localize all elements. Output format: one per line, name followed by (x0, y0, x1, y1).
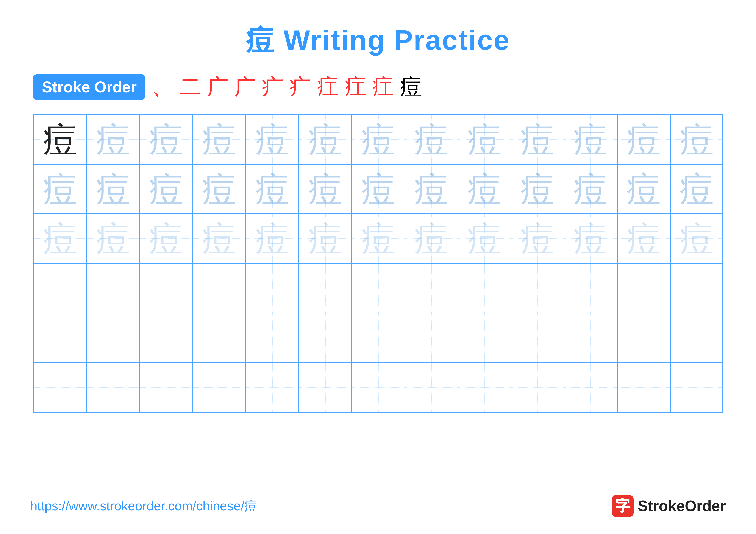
stroke-seq-step-7: 疘 (345, 72, 366, 101)
grid-cell-r1-c6: 痘 (352, 115, 405, 165)
cell-char-r1-c9: 痘 (520, 122, 555, 157)
practice-grid: 痘痘痘痘痘痘痘痘痘痘痘痘痘 痘痘痘痘痘痘痘痘痘痘痘痘痘 痘痘痘痘痘痘痘痘痘痘痘痘… (33, 114, 723, 413)
grid-cell-r3-c12: 痘 (670, 214, 723, 264)
grid-cell-r5-c0 (34, 313, 87, 363)
grid-cell-r3-c1: 痘 (87, 214, 140, 264)
grid-cell-r4-c6 (352, 264, 405, 313)
grid-cell-r3-c0: 痘 (34, 214, 87, 264)
cell-char-r1-c12: 痘 (680, 122, 714, 157)
grid-cell-r5-c12 (670, 313, 723, 363)
cell-char-r1-c10: 痘 (573, 122, 608, 157)
stroke-seq-step-4: 疒 (262, 72, 284, 101)
grid-cell-r4-c11 (617, 264, 670, 313)
page: 痘 Writing Practice Stroke Order 、二广广疒疒疘疘… (0, 0, 756, 534)
grid-cell-r4-c3 (193, 264, 246, 313)
stroke-seq-step-0: 、 (152, 72, 173, 101)
grid-cell-r1-c11: 痘 (617, 115, 670, 165)
cell-char-r2-c11: 痘 (627, 172, 661, 206)
footer-logo-text: StrokeOrder (638, 497, 726, 515)
grid-cell-r1-c4: 痘 (246, 115, 299, 165)
stroke-seq-step-3: 广 (234, 72, 256, 101)
cell-char-r2-c12: 痘 (680, 172, 714, 206)
cell-char-r3-c12: 痘 (680, 221, 714, 256)
grid-cell-r2-c8: 痘 (458, 165, 511, 214)
stroke-sequence: 、二广广疒疒疘疘疘痘 (152, 72, 421, 101)
grid-cell-r5-c10 (564, 313, 617, 363)
cell-char-r2-c7: 痘 (414, 172, 449, 206)
page-title: 痘 Writing Practice (246, 21, 510, 60)
stroke-seq-step-9: 痘 (400, 72, 421, 101)
stroke-seq-step-5: 疒 (290, 72, 311, 101)
grid-cell-r5-c3 (193, 313, 246, 363)
grid-cell-r2-c7: 痘 (405, 165, 458, 214)
grid-cell-r4-c10 (564, 264, 617, 313)
grid-cell-r6-c6 (352, 363, 405, 412)
grid-cell-r1-c8: 痘 (458, 115, 511, 165)
cell-char-r3-c1: 痘 (96, 221, 130, 256)
grid-cell-r6-c7 (405, 363, 458, 412)
grid-cell-r5-c7 (405, 313, 458, 363)
cell-char-r1-c8: 痘 (467, 122, 502, 157)
cell-char-r1-c4: 痘 (255, 122, 290, 157)
grid-cell-r6-c9 (511, 363, 564, 412)
cell-char-r3-c8: 痘 (467, 221, 502, 256)
grid-cell-r1-c5: 痘 (299, 115, 352, 165)
grid-cell-r6-c11 (617, 363, 670, 412)
stroke-seq-step-8: 疘 (372, 72, 394, 101)
cell-char-r2-c10: 痘 (573, 172, 608, 206)
cell-char-r3-c3: 痘 (202, 221, 236, 256)
grid-cell-r5-c6 (352, 313, 405, 363)
cell-char-r1-c11: 痘 (627, 122, 661, 157)
cell-char-r3-c2: 痘 (149, 221, 183, 256)
grid-row-5 (34, 313, 722, 363)
cell-char-r1-c5: 痘 (308, 122, 343, 157)
grid-cell-r6-c1 (87, 363, 140, 412)
cell-char-r3-c4: 痘 (255, 221, 290, 256)
grid-cell-r6-c2 (140, 363, 193, 412)
grid-cell-r2-c9: 痘 (511, 165, 564, 214)
grid-cell-r4-c9 (511, 264, 564, 313)
grid-cell-r6-c4 (246, 363, 299, 412)
cell-char-r3-c11: 痘 (627, 221, 661, 256)
grid-cell-r3-c8: 痘 (458, 214, 511, 264)
grid-cell-r2-c0: 痘 (34, 165, 87, 214)
grid-row-1: 痘痘痘痘痘痘痘痘痘痘痘痘痘 (34, 115, 722, 165)
grid-cell-r1-c0: 痘 (34, 115, 87, 165)
grid-cell-r2-c11: 痘 (617, 165, 670, 214)
grid-cell-r6-c0 (34, 363, 87, 412)
grid-cell-r5-c2 (140, 313, 193, 363)
grid-cell-r5-c4 (246, 313, 299, 363)
grid-cell-r3-c4: 痘 (246, 214, 299, 264)
cell-char-r2-c4: 痘 (255, 172, 290, 206)
footer: https://www.strokeorder.com/chinese/痘 字 … (30, 495, 726, 517)
grid-cell-r2-c6: 痘 (352, 165, 405, 214)
grid-cell-r4-c8 (458, 264, 511, 313)
grid-cell-r3-c10: 痘 (564, 214, 617, 264)
cell-char-r2-c3: 痘 (202, 172, 236, 206)
cell-char-r3-c5: 痘 (308, 221, 343, 256)
grid-cell-r5-c1 (87, 313, 140, 363)
cell-char-r2-c6: 痘 (361, 172, 396, 206)
grid-cell-r2-c3: 痘 (193, 165, 246, 214)
grid-cell-r1-c3: 痘 (193, 115, 246, 165)
grid-cell-r2-c12: 痘 (670, 165, 723, 214)
cell-char-r2-c1: 痘 (96, 172, 130, 206)
grid-cell-r3-c11: 痘 (617, 214, 670, 264)
grid-cell-r3-c7: 痘 (405, 214, 458, 264)
grid-cell-r4-c2 (140, 264, 193, 313)
grid-cell-r3-c5: 痘 (299, 214, 352, 264)
grid-cell-r5-c8 (458, 313, 511, 363)
stroke-seq-step-1: 二 (179, 72, 201, 101)
grid-cell-r3-c9: 痘 (511, 214, 564, 264)
stroke-seq-step-2: 广 (207, 72, 229, 101)
cell-char-r3-c6: 痘 (361, 221, 396, 256)
grid-cell-r4-c4 (246, 264, 299, 313)
cell-char-r2-c8: 痘 (467, 172, 502, 206)
grid-cell-r6-c12 (670, 363, 723, 412)
cell-char-r2-c9: 痘 (520, 172, 555, 206)
grid-cell-r6-c3 (193, 363, 246, 412)
grid-row-2: 痘痘痘痘痘痘痘痘痘痘痘痘痘 (34, 165, 722, 214)
grid-cell-r2-c2: 痘 (140, 165, 193, 214)
grid-cell-r2-c10: 痘 (564, 165, 617, 214)
grid-cell-r1-c10: 痘 (564, 115, 617, 165)
